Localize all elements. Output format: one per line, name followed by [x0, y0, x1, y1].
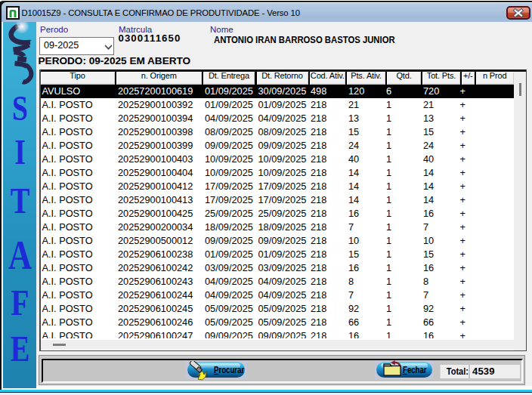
svg-text:F: F: [11, 282, 29, 323]
svg-text:A: A: [8, 232, 31, 278]
svg-text:E: E: [10, 329, 29, 369]
svg-text:I: I: [14, 132, 26, 171]
svg-text:T: T: [10, 181, 29, 221]
svg-text:S: S: [12, 88, 28, 128]
